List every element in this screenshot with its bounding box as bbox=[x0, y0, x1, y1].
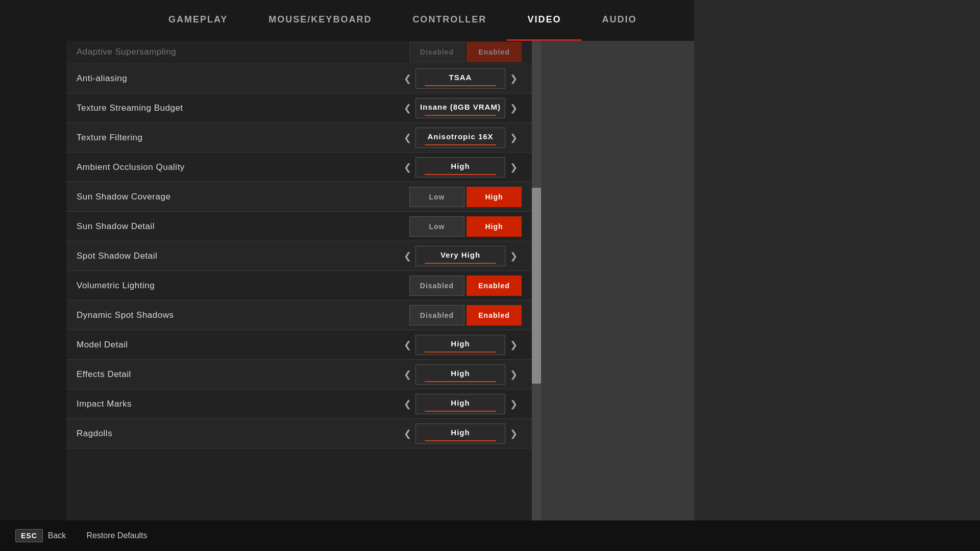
anti-aliasing-underline bbox=[425, 85, 496, 86]
texture-streaming-budget-arrow: ❮ Insane (8GB VRAM) ❯ bbox=[399, 98, 522, 118]
model-detail-control: ❮ High ❯ bbox=[389, 335, 522, 355]
anti-aliasing-left-arrow[interactable]: ❮ bbox=[399, 68, 415, 89]
faded-control: Disabled Enabled bbox=[399, 42, 522, 62]
ambient-occlusion-underline bbox=[425, 174, 496, 175]
ragdolls-value: High bbox=[451, 428, 470, 437]
anti-aliasing-control: ❮ TSAA ❯ bbox=[389, 68, 522, 89]
impact-marks-value: High bbox=[451, 398, 470, 407]
nav-tabs: GAMEPLAY MOUSE/KEYBOARD CONTROLLER VIDEO… bbox=[148, 0, 657, 41]
texture-filtering-left-arrow[interactable]: ❮ bbox=[399, 128, 415, 148]
ambient-occlusion-value-box: High bbox=[415, 157, 505, 178]
texture-streaming-budget-value-box: Insane (8GB VRAM) bbox=[415, 98, 505, 118]
tab-audio[interactable]: AUDIO bbox=[581, 0, 657, 41]
sun-shadow-coverage-low[interactable]: Low bbox=[409, 187, 464, 207]
setting-row-dynamic-spot-shadows: Dynamic Spot Shadows Disabled Enabled bbox=[66, 300, 532, 330]
anti-aliasing-right-arrow[interactable]: ❯ bbox=[505, 68, 522, 89]
spot-shadow-detail-left-arrow[interactable]: ❮ bbox=[399, 246, 415, 266]
volumetric-lighting-enabled[interactable]: Enabled bbox=[467, 276, 522, 296]
tab-controller[interactable]: CONTROLLER bbox=[392, 0, 507, 41]
restore-defaults-action[interactable]: Restore Defaults bbox=[86, 531, 147, 540]
model-detail-left-arrow[interactable]: ❮ bbox=[399, 335, 415, 355]
dynamic-spot-shadows-label: Dynamic Spot Shadows bbox=[77, 310, 389, 320]
impact-marks-label: Impact Marks bbox=[77, 399, 389, 409]
ambient-occlusion-value: High bbox=[451, 162, 470, 170]
impact-marks-right-arrow[interactable]: ❯ bbox=[505, 394, 522, 414]
sun-shadow-coverage-control: Low High bbox=[389, 187, 522, 207]
setting-row-texture-filtering: Texture Filtering ❮ Anisotropic 16X ❯ bbox=[66, 123, 532, 153]
ragdolls-left-arrow[interactable]: ❮ bbox=[399, 423, 415, 444]
settings-panel: Adaptive Supersampling Disabled Enabled … bbox=[66, 41, 541, 531]
effects-detail-left-arrow[interactable]: ❮ bbox=[399, 364, 415, 385]
dynamic-spot-shadows-enabled[interactable]: Enabled bbox=[467, 305, 522, 325]
impact-marks-control: ❮ High ❯ bbox=[389, 394, 522, 414]
texture-streaming-budget-value: Insane (8GB VRAM) bbox=[420, 103, 501, 111]
texture-streaming-budget-left-arrow[interactable]: ❮ bbox=[399, 98, 415, 118]
scrollbar-track[interactable] bbox=[532, 41, 541, 531]
right-panel-bg bbox=[694, 0, 980, 551]
setting-row-ragdolls: Ragdolls ❮ High ❯ bbox=[66, 419, 532, 448]
model-detail-right-arrow[interactable]: ❯ bbox=[505, 335, 522, 355]
faded-btn-1[interactable]: Disabled bbox=[409, 42, 464, 62]
ambient-occlusion-right-arrow[interactable]: ❯ bbox=[505, 157, 522, 178]
texture-filtering-right-arrow[interactable]: ❯ bbox=[505, 128, 522, 148]
restore-defaults-label: Restore Defaults bbox=[86, 531, 147, 540]
bottom-bar: ESC Back Restore Defaults bbox=[0, 520, 980, 551]
anti-aliasing-value-box: TSAA bbox=[415, 68, 505, 89]
settings-list: Adaptive Supersampling Disabled Enabled … bbox=[66, 41, 532, 448]
setting-row-volumetric-lighting: Volumetric Lighting Disabled Enabled bbox=[66, 271, 532, 300]
effects-detail-label: Effects Detail bbox=[77, 369, 389, 380]
impact-marks-arrow: ❮ High ❯ bbox=[399, 394, 522, 414]
dynamic-spot-shadows-disabled[interactable]: Disabled bbox=[409, 305, 464, 325]
back-action[interactable]: ESC Back bbox=[15, 529, 66, 542]
texture-filtering-control: ❮ Anisotropic 16X ❯ bbox=[389, 128, 522, 148]
texture-filtering-label: Texture Filtering bbox=[77, 133, 389, 143]
effects-detail-right-arrow[interactable]: ❯ bbox=[505, 364, 522, 385]
sun-shadow-coverage-toggle: Low High bbox=[399, 187, 522, 207]
ragdolls-right-arrow[interactable]: ❯ bbox=[505, 423, 522, 444]
texture-filtering-underline bbox=[425, 144, 496, 145]
sun-shadow-detail-low[interactable]: Low bbox=[409, 216, 464, 237]
ragdolls-control: ❮ High ❯ bbox=[389, 423, 522, 444]
texture-filtering-value-box: Anisotropic 16X bbox=[415, 128, 505, 148]
esc-key-badge: ESC bbox=[15, 529, 43, 542]
texture-streaming-budget-label: Texture Streaming Budget bbox=[77, 103, 389, 113]
setting-row-sun-shadow-detail: Sun Shadow Detail Low High bbox=[66, 212, 532, 241]
ambient-occlusion-label: Ambient Occlusion Quality bbox=[77, 162, 389, 172]
spot-shadow-detail-value: Very High bbox=[440, 251, 480, 259]
scrollbar-thumb[interactable] bbox=[532, 188, 541, 384]
model-detail-value-box: High bbox=[415, 335, 505, 355]
sun-shadow-detail-label: Sun Shadow Detail bbox=[77, 221, 389, 232]
ambient-occlusion-left-arrow[interactable]: ❮ bbox=[399, 157, 415, 178]
texture-streaming-budget-control: ❮ Insane (8GB VRAM) ❯ bbox=[389, 98, 522, 118]
setting-row-effects-detail: Effects Detail ❮ High ❯ bbox=[66, 360, 532, 389]
faded-label: Adaptive Supersampling bbox=[77, 47, 399, 57]
setting-row-impact-marks: Impact Marks ❮ High ❯ bbox=[66, 389, 532, 419]
volumetric-lighting-toggle: Disabled Enabled bbox=[399, 276, 522, 296]
spot-shadow-detail-label: Spot Shadow Detail bbox=[77, 251, 389, 261]
anti-aliasing-arrow: ❮ TSAA ❯ bbox=[399, 68, 522, 89]
effects-detail-underline bbox=[425, 381, 496, 382]
tab-gameplay[interactable]: GAMEPLAY bbox=[148, 0, 248, 41]
model-detail-value: High bbox=[451, 339, 470, 348]
ambient-occlusion-arrow: ❮ High ❯ bbox=[399, 157, 522, 178]
impact-marks-left-arrow[interactable]: ❮ bbox=[399, 394, 415, 414]
effects-detail-value: High bbox=[451, 369, 470, 378]
volumetric-lighting-disabled[interactable]: Disabled bbox=[409, 276, 464, 296]
effects-detail-control: ❮ High ❯ bbox=[389, 364, 522, 385]
faded-btn-2[interactable]: Enabled bbox=[467, 42, 522, 62]
texture-filtering-value: Anisotropic 16X bbox=[427, 132, 493, 141]
tab-mouse-keyboard[interactable]: MOUSE/KEYBOARD bbox=[248, 0, 392, 41]
dynamic-spot-shadows-toggle: Disabled Enabled bbox=[399, 305, 522, 325]
ragdolls-arrow: ❮ High ❯ bbox=[399, 423, 522, 444]
sun-shadow-coverage-label: Sun Shadow Coverage bbox=[77, 192, 389, 202]
texture-streaming-budget-right-arrow[interactable]: ❯ bbox=[505, 98, 522, 118]
back-label: Back bbox=[48, 531, 66, 540]
spot-shadow-detail-right-arrow[interactable]: ❯ bbox=[505, 246, 522, 266]
ambient-occlusion-control: ❮ High ❯ bbox=[389, 157, 522, 178]
impact-marks-underline bbox=[425, 411, 496, 412]
sun-shadow-coverage-high[interactable]: High bbox=[467, 187, 522, 207]
tab-video[interactable]: VIDEO bbox=[507, 0, 581, 41]
sun-shadow-detail-toggle: Low High bbox=[399, 216, 522, 237]
impact-marks-value-box: High bbox=[415, 394, 505, 414]
sun-shadow-detail-high[interactable]: High bbox=[467, 216, 522, 237]
